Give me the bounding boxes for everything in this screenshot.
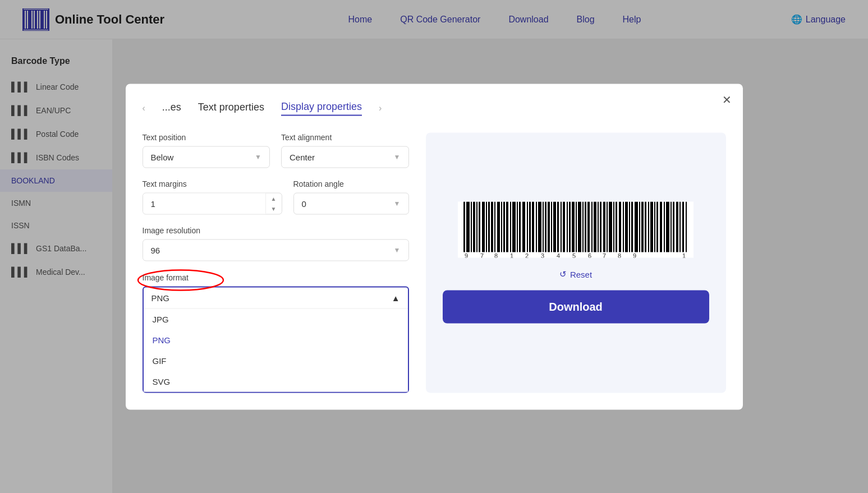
svg-rect-49 xyxy=(578,202,581,252)
tab-text-properties[interactable]: Text properties xyxy=(198,101,264,115)
text-margins-arrows: ▲ ▼ xyxy=(265,193,282,214)
svg-rect-37 xyxy=(543,202,544,252)
svg-rect-71 xyxy=(648,202,649,252)
svg-rect-73 xyxy=(654,202,655,252)
svg-rect-59 xyxy=(609,202,612,252)
svg-text:8: 8 xyxy=(494,252,498,258)
svg-rect-83 xyxy=(686,202,687,252)
svg-rect-69 xyxy=(641,202,644,252)
svg-rect-65 xyxy=(629,202,630,252)
image-format-chevron-up: ▲ xyxy=(392,293,400,302)
svg-rect-28 xyxy=(512,202,516,252)
svg-rect-38 xyxy=(545,202,546,252)
svg-rect-17 xyxy=(479,202,480,252)
svg-rect-23 xyxy=(497,202,500,252)
svg-rect-74 xyxy=(656,202,658,252)
text-position-select[interactable]: Below ▼ xyxy=(143,146,270,168)
svg-rect-68 xyxy=(639,202,640,252)
text-alignment-select[interactable]: Center ▼ xyxy=(281,146,409,168)
svg-rect-61 xyxy=(616,202,617,252)
download-button[interactable]: Download xyxy=(443,291,709,324)
svg-rect-70 xyxy=(645,202,646,252)
reset-label: Reset xyxy=(570,269,592,279)
image-format-current: PNG xyxy=(151,293,170,302)
modal-body: Text position Below ▼ Text alignment Cen… xyxy=(143,132,726,393)
image-resolution-arrow: ▼ xyxy=(394,246,401,254)
svg-rect-42 xyxy=(557,202,559,252)
image-format-options: JPG PNG GIF SVG xyxy=(144,308,408,391)
format-option-gif[interactable]: GIF xyxy=(144,350,408,371)
text-position-arrow: ▼ xyxy=(255,153,261,161)
rotation-angle-select[interactable]: 0 ▼ xyxy=(293,192,409,214)
rotation-angle-arrow: ▼ xyxy=(394,200,401,208)
svg-text:2: 2 xyxy=(525,252,529,258)
svg-rect-55 xyxy=(598,202,599,252)
svg-rect-76 xyxy=(664,202,665,252)
svg-rect-80 xyxy=(676,202,678,252)
svg-rect-78 xyxy=(670,202,672,252)
svg-rect-16 xyxy=(476,202,477,252)
image-format-dropdown[interactable]: PNG ▲ JPG PNG GIF SVG xyxy=(143,286,409,393)
svg-rect-56 xyxy=(600,202,601,252)
svg-rect-32 xyxy=(527,202,528,252)
svg-rect-45 xyxy=(567,202,568,252)
svg-rect-82 xyxy=(682,202,684,252)
svg-rect-21 xyxy=(491,202,493,252)
text-margins-input[interactable] xyxy=(143,193,265,214)
image-format-label: Image format xyxy=(143,273,189,282)
svg-text:4: 4 xyxy=(557,252,560,258)
svg-rect-26 xyxy=(506,202,508,252)
image-format-header[interactable]: PNG ▲ xyxy=(144,287,408,308)
text-alignment-arrow: ▼ xyxy=(394,153,401,161)
tab-display-properties[interactable]: Display properties xyxy=(281,100,362,116)
svg-rect-67 xyxy=(635,202,638,252)
format-option-jpg[interactable]: JPG xyxy=(144,308,408,329)
svg-rect-19 xyxy=(486,202,487,252)
tab-other[interactable]: ...es xyxy=(162,101,181,115)
image-format-label-wrap: Image format xyxy=(143,273,189,286)
format-option-png[interactable]: PNG xyxy=(144,329,408,350)
svg-text:6: 6 xyxy=(588,252,591,258)
svg-rect-53 xyxy=(591,202,593,252)
svg-text:1: 1 xyxy=(682,252,686,258)
reset-button[interactable]: ↺ Reset xyxy=(559,269,592,279)
svg-rect-62 xyxy=(619,202,621,252)
text-margins-up[interactable]: ▲ xyxy=(266,193,282,204)
svg-rect-12 xyxy=(463,202,465,252)
svg-rect-41 xyxy=(553,202,556,252)
svg-rect-48 xyxy=(576,202,577,252)
tab-next-arrow[interactable]: › xyxy=(379,103,382,113)
format-option-svg[interactable]: SVG xyxy=(144,371,408,391)
tab-prev-arrow[interactable]: ‹ xyxy=(143,103,145,113)
svg-text:5: 5 xyxy=(572,252,576,258)
svg-rect-54 xyxy=(594,202,596,252)
svg-rect-66 xyxy=(631,202,633,252)
svg-rect-14 xyxy=(471,202,472,252)
text-margins-input-wrap: ▲ ▼ xyxy=(143,192,282,214)
svg-text:9: 9 xyxy=(633,252,636,258)
rotation-angle-value: 0 xyxy=(302,199,306,208)
form-row-2: Text margins ▲ ▼ Rotation angle 0 ▼ xyxy=(143,179,409,214)
text-margins-down[interactable]: ▼ xyxy=(266,204,282,214)
close-button[interactable]: ✕ xyxy=(722,93,732,106)
svg-rect-27 xyxy=(510,202,511,252)
svg-rect-64 xyxy=(625,202,628,252)
barcode-preview: 9 7 8 1 2 3 4 5 6 7 8 9 1 xyxy=(443,202,709,258)
svg-rect-46 xyxy=(569,202,571,252)
image-resolution-label: Image resolution xyxy=(143,225,409,234)
svg-rect-34 xyxy=(532,202,534,252)
svg-rect-40 xyxy=(551,202,552,252)
reset-icon: ↺ xyxy=(559,269,567,279)
svg-rect-72 xyxy=(650,202,653,252)
svg-rect-81 xyxy=(679,202,681,252)
modal-dialog: ✕ ‹ ...es Text properties Display proper… xyxy=(126,84,743,409)
image-resolution-select[interactable]: 96 ▼ xyxy=(143,239,409,261)
svg-rect-50 xyxy=(582,202,584,252)
rotation-angle-group: Rotation angle 0 ▼ xyxy=(293,179,409,214)
svg-rect-43 xyxy=(561,202,562,252)
text-position-value: Below xyxy=(151,152,174,162)
svg-rect-58 xyxy=(607,202,608,252)
modal-form: Text position Below ▼ Text alignment Cen… xyxy=(143,132,409,393)
svg-rect-63 xyxy=(623,202,624,252)
svg-text:3: 3 xyxy=(541,252,544,258)
